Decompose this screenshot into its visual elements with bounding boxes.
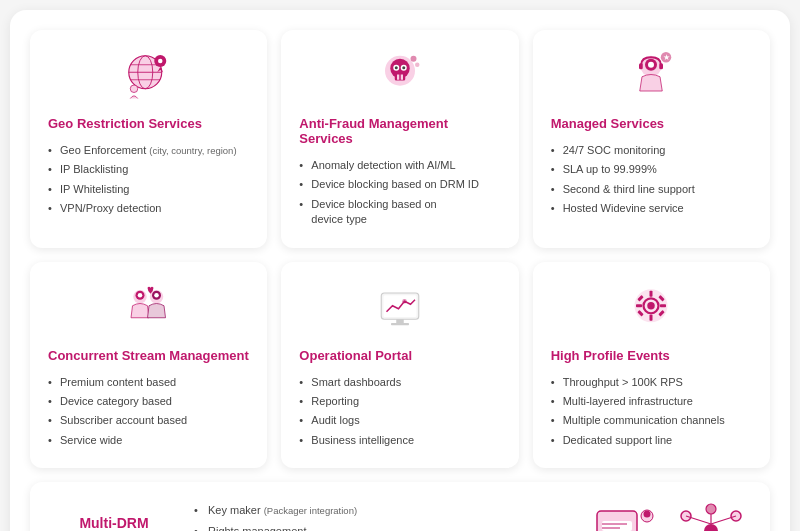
list-item: Dedicated support line — [551, 431, 752, 450]
concurrent-stream-icon — [48, 278, 249, 338]
list-item: Premium content based — [48, 373, 249, 392]
svg-rect-40 — [650, 290, 653, 296]
svg-point-18 — [415, 63, 420, 68]
svg-rect-35 — [391, 323, 409, 325]
card-anti-fraud: Anti-Fraud Management Services Anomaly d… — [281, 30, 518, 248]
svg-point-14 — [402, 66, 405, 69]
list-item: Geo Enforcement (city, country, region) — [48, 141, 249, 160]
card-geo-restriction: Geo Restriction Services Geo Enforcement… — [30, 30, 267, 248]
anti-fraud-title: Anti-Fraud Management Services — [299, 116, 500, 146]
svg-point-61 — [706, 504, 716, 514]
svg-rect-41 — [650, 314, 653, 320]
svg-point-13 — [395, 66, 398, 69]
list-item: VPN/Proxy detection — [48, 199, 249, 218]
card-high-profile: High Profile Events Throughput > 100K RP… — [533, 262, 770, 469]
svg-rect-23 — [660, 63, 664, 69]
managed-services-list: 24/7 SOC monitoring SLA up to 99.999% Se… — [551, 141, 752, 219]
svg-rect-16 — [401, 75, 403, 80]
list-item: Device blocking based on DRM ID — [299, 175, 500, 194]
list-item: Smart dashboards — [299, 373, 500, 392]
operational-portal-icon — [299, 278, 500, 338]
svg-rect-34 — [396, 319, 404, 323]
list-item: Throughput > 100K RPS — [551, 373, 752, 392]
operational-portal-list: Smart dashboards Reporting Audit logs Bu… — [299, 373, 500, 451]
svg-point-17 — [410, 56, 416, 62]
main-container: Geo Restriction Services Geo Enforcement… — [10, 10, 790, 531]
svg-point-21 — [648, 62, 654, 68]
concurrent-stream-title: Concurrent Stream Management — [48, 348, 249, 363]
list-item: Service wide — [48, 431, 249, 450]
list-item: Audit logs — [299, 411, 500, 430]
svg-rect-10 — [395, 75, 406, 81]
anti-fraud-icon — [299, 46, 500, 106]
list-item: Device category based — [48, 392, 249, 411]
concurrent-stream-list: Premium content based Device category ba… — [48, 373, 249, 451]
list-item: Device blocking based ondevice type — [299, 195, 500, 230]
list-item: Multiple communication channels — [551, 411, 752, 430]
svg-rect-22 — [639, 63, 643, 69]
svg-rect-49 — [602, 521, 632, 531]
operational-portal-title: Operational Portal — [299, 348, 500, 363]
bottom-card-multidrm: Multi-DRMCloud Service Key maker (Packag… — [30, 482, 770, 531]
high-profile-title: High Profile Events — [551, 348, 752, 363]
list-item: IP Whitelisting — [48, 180, 249, 199]
svg-point-7 — [130, 85, 138, 93]
svg-rect-43 — [660, 304, 666, 307]
geo-restriction-title: Geo Restriction Services — [48, 116, 249, 131]
multidrm-icons — [592, 501, 746, 531]
svg-point-31 — [154, 293, 159, 298]
svg-rect-42 — [636, 304, 642, 307]
svg-point-51 — [644, 510, 651, 517]
list-item: IP Blacklisting — [48, 160, 249, 179]
card-concurrent-stream: Concurrent Stream Management Premium con… — [30, 262, 267, 469]
svg-point-6 — [158, 59, 163, 64]
svg-point-28 — [137, 293, 142, 298]
card-operational-portal: Operational Portal Smart dashboards Repo… — [281, 262, 518, 469]
list-item: Hosted Widevine service — [551, 199, 752, 218]
geo-restriction-list: Geo Enforcement (city, country, region) … — [48, 141, 249, 219]
svg-text:★: ★ — [663, 53, 670, 62]
list-item: Anomaly detection with AI/ML — [299, 156, 500, 175]
multidrm-list: Key maker (Packager integration) Rights … — [194, 500, 572, 531]
list-item: Subscriber account based — [48, 411, 249, 430]
anti-fraud-list: Anomaly detection with AI/ML Device bloc… — [299, 156, 500, 230]
list-item: Key maker (Packager integration) — [194, 500, 572, 521]
high-profile-list: Throughput > 100K RPS Multi-layered infr… — [551, 373, 752, 451]
list-item: SLA up to 99.999% — [551, 160, 752, 179]
card-managed-services: ★ Managed Services 24/7 SOC monitoring S… — [533, 30, 770, 248]
high-profile-icon — [551, 278, 752, 338]
key-icon — [592, 501, 662, 531]
list-item: Business intelligence — [299, 431, 500, 450]
network-icon — [676, 501, 746, 531]
svg-point-36 — [402, 299, 407, 304]
managed-services-title: Managed Services — [551, 116, 752, 131]
cards-grid: Geo Restriction Services Geo Enforcement… — [30, 30, 770, 468]
list-item: Multi-layered infrastructure — [551, 392, 752, 411]
geo-restriction-icon — [48, 46, 249, 106]
svg-rect-15 — [397, 75, 399, 80]
managed-services-icon: ★ — [551, 46, 752, 106]
svg-point-56 — [704, 524, 718, 531]
list-item: Rights management — [194, 521, 572, 531]
list-item: Second & third line support — [551, 180, 752, 199]
list-item: 24/7 SOC monitoring — [551, 141, 752, 160]
multidrm-title: Multi-DRMCloud Service — [54, 515, 174, 531]
svg-point-39 — [648, 302, 656, 310]
list-item: Reporting — [299, 392, 500, 411]
